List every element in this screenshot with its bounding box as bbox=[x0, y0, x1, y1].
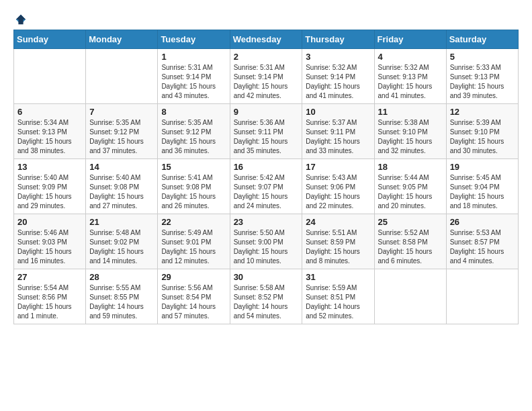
day-info: Sunrise: 5:43 AM Sunset: 9:06 PM Dayligh… bbox=[306, 173, 370, 211]
calendar-cell: 23Sunrise: 5:50 AM Sunset: 9:00 PM Dayli… bbox=[230, 214, 302, 269]
day-number: 28 bbox=[89, 272, 154, 282]
calendar-cell: 26Sunrise: 5:53 AM Sunset: 8:57 PM Dayli… bbox=[446, 214, 518, 269]
day-info: Sunrise: 5:42 AM Sunset: 9:07 PM Dayligh… bbox=[234, 173, 299, 211]
calendar-cell: 12Sunrise: 5:39 AM Sunset: 9:10 PM Dayli… bbox=[446, 104, 518, 159]
day-number: 24 bbox=[306, 217, 370, 227]
calendar-cell: 1Sunrise: 5:31 AM Sunset: 9:14 PM Daylig… bbox=[158, 49, 230, 104]
day-info: Sunrise: 5:35 AM Sunset: 9:12 PM Dayligh… bbox=[89, 118, 154, 156]
calendar-cell: 2Sunrise: 5:31 AM Sunset: 9:14 PM Daylig… bbox=[230, 49, 302, 104]
day-info: Sunrise: 5:36 AM Sunset: 9:11 PM Dayligh… bbox=[234, 118, 299, 156]
weekday-header: Saturday bbox=[446, 30, 518, 49]
calendar-cell: 22Sunrise: 5:49 AM Sunset: 9:01 PM Dayli… bbox=[158, 214, 230, 269]
weekday-header: Thursday bbox=[302, 30, 374, 49]
day-number: 30 bbox=[234, 272, 299, 282]
day-number: 27 bbox=[17, 272, 82, 282]
day-info: Sunrise: 5:37 AM Sunset: 9:11 PM Dayligh… bbox=[306, 118, 370, 156]
day-info: Sunrise: 5:35 AM Sunset: 9:12 PM Dayligh… bbox=[161, 118, 226, 156]
weekday-header: Sunday bbox=[14, 30, 86, 49]
day-number: 4 bbox=[378, 52, 443, 62]
day-info: Sunrise: 5:58 AM Sunset: 8:52 PM Dayligh… bbox=[234, 283, 299, 321]
day-info: Sunrise: 5:39 AM Sunset: 9:10 PM Dayligh… bbox=[450, 118, 515, 156]
day-number: 16 bbox=[234, 162, 299, 172]
calendar-cell: 10Sunrise: 5:37 AM Sunset: 9:11 PM Dayli… bbox=[302, 104, 374, 159]
calendar-cell: 21Sunrise: 5:48 AM Sunset: 9:02 PM Dayli… bbox=[86, 214, 158, 269]
calendar-cell: 20Sunrise: 5:46 AM Sunset: 9:03 PM Dayli… bbox=[14, 214, 86, 269]
day-number: 7 bbox=[89, 107, 154, 117]
calendar-cell: 13Sunrise: 5:40 AM Sunset: 9:09 PM Dayli… bbox=[14, 159, 86, 214]
day-info: Sunrise: 5:38 AM Sunset: 9:10 PM Dayligh… bbox=[378, 118, 443, 156]
day-number: 6 bbox=[17, 107, 82, 117]
calendar-cell: 16Sunrise: 5:42 AM Sunset: 9:07 PM Dayli… bbox=[230, 159, 302, 214]
day-number: 23 bbox=[234, 217, 299, 227]
calendar-cell: 18Sunrise: 5:44 AM Sunset: 9:05 PM Dayli… bbox=[374, 159, 446, 214]
day-number: 15 bbox=[161, 162, 226, 172]
calendar-week-row: 13Sunrise: 5:40 AM Sunset: 9:09 PM Dayli… bbox=[14, 159, 519, 214]
calendar-cell: 9Sunrise: 5:36 AM Sunset: 9:11 PM Daylig… bbox=[230, 104, 302, 159]
day-info: Sunrise: 5:32 AM Sunset: 9:13 PM Dayligh… bbox=[378, 63, 443, 101]
calendar-week-row: 6Sunrise: 5:34 AM Sunset: 9:13 PM Daylig… bbox=[14, 104, 519, 159]
day-info: Sunrise: 5:55 AM Sunset: 8:55 PM Dayligh… bbox=[89, 283, 154, 321]
calendar-cell: 31Sunrise: 5:59 AM Sunset: 8:51 PM Dayli… bbox=[302, 269, 374, 324]
day-info: Sunrise: 5:59 AM Sunset: 8:51 PM Dayligh… bbox=[306, 283, 370, 321]
day-number: 13 bbox=[17, 162, 82, 172]
day-info: Sunrise: 5:50 AM Sunset: 9:00 PM Dayligh… bbox=[234, 228, 299, 266]
weekday-header: Wednesday bbox=[230, 30, 302, 49]
day-info: Sunrise: 5:45 AM Sunset: 9:04 PM Dayligh… bbox=[450, 173, 515, 211]
weekday-header: Friday bbox=[374, 30, 446, 49]
day-number: 17 bbox=[306, 162, 370, 172]
day-number: 10 bbox=[306, 107, 370, 117]
day-number: 20 bbox=[17, 217, 82, 227]
calendar-week-row: 1Sunrise: 5:31 AM Sunset: 9:14 PM Daylig… bbox=[14, 49, 519, 104]
day-info: Sunrise: 5:56 AM Sunset: 8:54 PM Dayligh… bbox=[161, 283, 226, 321]
calendar-cell: 5Sunrise: 5:33 AM Sunset: 9:13 PM Daylig… bbox=[446, 49, 518, 104]
calendar-cell: 25Sunrise: 5:52 AM Sunset: 8:58 PM Dayli… bbox=[374, 214, 446, 269]
calendar-cell: 17Sunrise: 5:43 AM Sunset: 9:06 PM Dayli… bbox=[302, 159, 374, 214]
day-info: Sunrise: 5:51 AM Sunset: 8:59 PM Dayligh… bbox=[306, 228, 370, 266]
calendar-cell bbox=[14, 49, 86, 104]
calendar-cell: 11Sunrise: 5:38 AM Sunset: 9:10 PM Dayli… bbox=[374, 104, 446, 159]
calendar-cell: 19Sunrise: 5:45 AM Sunset: 9:04 PM Dayli… bbox=[446, 159, 518, 214]
logo bbox=[13, 13, 27, 23]
calendar-cell: 4Sunrise: 5:32 AM Sunset: 9:13 PM Daylig… bbox=[374, 49, 446, 104]
day-info: Sunrise: 5:34 AM Sunset: 9:13 PM Dayligh… bbox=[17, 118, 82, 156]
calendar-cell: 27Sunrise: 5:54 AM Sunset: 8:56 PM Dayli… bbox=[14, 269, 86, 324]
day-number: 21 bbox=[89, 217, 154, 227]
calendar-cell: 30Sunrise: 5:58 AM Sunset: 8:52 PM Dayli… bbox=[230, 269, 302, 324]
day-info: Sunrise: 5:40 AM Sunset: 9:08 PM Dayligh… bbox=[89, 173, 154, 211]
day-number: 19 bbox=[450, 162, 515, 172]
day-number: 9 bbox=[234, 107, 299, 117]
day-info: Sunrise: 5:52 AM Sunset: 8:58 PM Dayligh… bbox=[378, 228, 443, 266]
weekday-header: Tuesday bbox=[158, 30, 230, 49]
day-number: 25 bbox=[378, 217, 443, 227]
day-info: Sunrise: 5:33 AM Sunset: 9:13 PM Dayligh… bbox=[450, 63, 515, 101]
calendar-cell bbox=[374, 269, 446, 324]
logo-icon bbox=[15, 13, 27, 26]
day-info: Sunrise: 5:32 AM Sunset: 9:14 PM Dayligh… bbox=[306, 63, 370, 101]
calendar-cell: 28Sunrise: 5:55 AM Sunset: 8:55 PM Dayli… bbox=[86, 269, 158, 324]
calendar-cell bbox=[446, 269, 518, 324]
day-number: 31 bbox=[306, 272, 370, 282]
day-number: 22 bbox=[161, 217, 226, 227]
day-number: 1 bbox=[161, 52, 226, 62]
calendar-cell: 24Sunrise: 5:51 AM Sunset: 8:59 PM Dayli… bbox=[302, 214, 374, 269]
day-info: Sunrise: 5:41 AM Sunset: 9:08 PM Dayligh… bbox=[161, 173, 226, 211]
day-number: 26 bbox=[450, 217, 515, 227]
day-info: Sunrise: 5:31 AM Sunset: 9:14 PM Dayligh… bbox=[234, 63, 299, 101]
calendar-table: SundayMondayTuesdayWednesdayThursdayFrid… bbox=[13, 30, 519, 324]
day-number: 3 bbox=[306, 52, 370, 62]
calendar-header-row: SundayMondayTuesdayWednesdayThursdayFrid… bbox=[14, 30, 519, 49]
day-number: 5 bbox=[450, 52, 515, 62]
calendar-cell: 29Sunrise: 5:56 AM Sunset: 8:54 PM Dayli… bbox=[158, 269, 230, 324]
calendar-cell: 14Sunrise: 5:40 AM Sunset: 9:08 PM Dayli… bbox=[86, 159, 158, 214]
day-number: 2 bbox=[234, 52, 299, 62]
day-info: Sunrise: 5:46 AM Sunset: 9:03 PM Dayligh… bbox=[17, 228, 82, 266]
day-number: 12 bbox=[450, 107, 515, 117]
weekday-header: Monday bbox=[86, 30, 158, 49]
calendar-cell bbox=[86, 49, 158, 104]
day-number: 29 bbox=[161, 272, 226, 282]
calendar-cell: 3Sunrise: 5:32 AM Sunset: 9:14 PM Daylig… bbox=[302, 49, 374, 104]
day-number: 18 bbox=[378, 162, 443, 172]
day-info: Sunrise: 5:44 AM Sunset: 9:05 PM Dayligh… bbox=[378, 173, 443, 211]
calendar-cell: 15Sunrise: 5:41 AM Sunset: 9:08 PM Dayli… bbox=[158, 159, 230, 214]
page-header bbox=[13, 13, 519, 23]
